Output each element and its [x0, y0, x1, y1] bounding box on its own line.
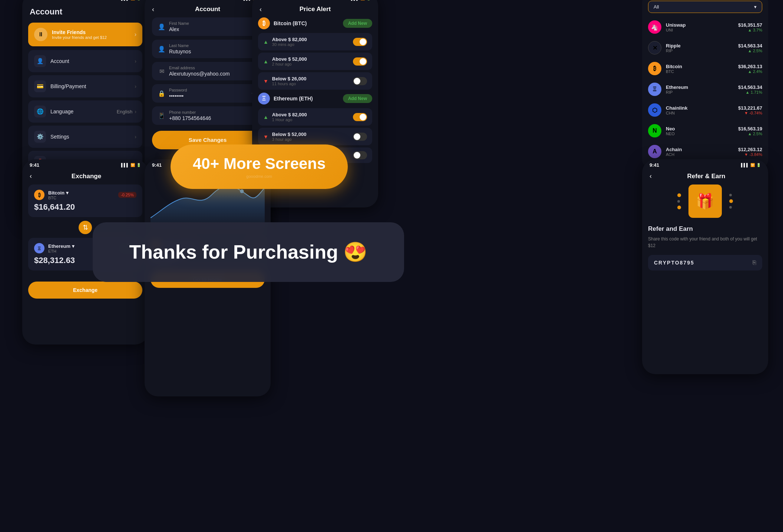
email-value: Alexrutuynos@yahoo.com [169, 71, 257, 77]
refer-header: ‹ Refer & Earn [642, 169, 768, 184]
status-icons-1: ▌▌▌ 🛜 🔋 [121, 0, 141, 0]
email-input[interactable]: ✉ Email address Alexrutuynos@yahoo.com [152, 62, 263, 80]
phone-label: Phone number [169, 110, 257, 114]
btc-alert-2: ▲ Above $ 52,000 2 hour ago [258, 53, 372, 70]
time-5: 9:41 [152, 162, 162, 168]
dot-2 [677, 200, 680, 203]
down-arrow-icon-2: ▼ [263, 134, 268, 140]
invite-subtitle: Invite your friends and get $12 [52, 35, 107, 40]
time-4: 9:41 [30, 162, 39, 168]
first-name-label: First Name [169, 21, 257, 26]
password-input[interactable]: 🔒 Password •••••••• 👁 [152, 84, 263, 103]
form-header: ‹ Account [145, 3, 271, 17]
crypto-row-uniswap: 🦄 Uniswap UNI $16,351.57 ▲ 3.7% [642, 17, 768, 37]
achain-logo: A [648, 145, 661, 158]
exchange-eth-logo: Ξ [34, 243, 44, 253]
eth-toggle-1[interactable] [353, 113, 367, 121]
btc-alert-1: ▲ Above $ 82,000 30 mins ago [258, 33, 372, 50]
eth-name: Ethereum (ETH) [274, 96, 313, 102]
password-label: Password [169, 88, 248, 92]
thanks-overlay: Thanks for Purchasing 😍 [93, 222, 404, 282]
down-arrow-icon: ▼ [263, 78, 268, 84]
menu-list: ⏸ Invite Friends Invite your friends and… [22, 20, 148, 179]
settings-label: Settings [50, 134, 69, 140]
up-arrow-icon: ▲ [263, 39, 268, 45]
person-icon-2: 👤 [158, 46, 165, 53]
crypto-row-neo: N Neo NEO $16,563.19 ▲ 2.5% [642, 120, 768, 141]
exchange-header: ‹ Exchange [22, 169, 148, 184]
crypto-row-ethereum-list: Ξ Ethereum RIP $14,563.34 ▲ 1.71% [642, 79, 768, 100]
save-btn-label: Save Changes [189, 137, 227, 143]
time-6: 9:41 [650, 162, 659, 168]
first-name-value: Alex [169, 26, 257, 32]
status-bar-4: 9:41 ▌▌▌ 🛜 🔋 [22, 159, 148, 169]
swap-icon[interactable]: ⇅ [79, 221, 92, 234]
filter-value: All [654, 4, 659, 10]
refer-title: Refer & Earn [652, 173, 761, 180]
last-name-label: Last Name [169, 43, 257, 48]
eth-toggle-3[interactable] [353, 151, 367, 159]
time-1: 9:41 [30, 0, 39, 1]
status-icons-4: ▌▌▌ 🛜 🔋 [121, 163, 141, 167]
phone-value: +880 1754564646 [169, 115, 257, 121]
crypto-row-chainlink: ⬡ Chainlink CHN $13,221.67 ▼ -0.74% [642, 100, 768, 120]
status-bar-3: 9:41 ▌▌▌ 🛜 🔋 [252, 0, 378, 3]
account-chevron-icon: › [135, 58, 136, 64]
menu-item-billing[interactable]: 💳 Billing/Payment › [28, 75, 142, 97]
invite-icon: ⏸ [34, 28, 47, 41]
last-name-input[interactable]: 👤 Last Name Rutuynos [152, 40, 263, 58]
eth-alert-2: ▼ Below $ 52,000 3 hour ago [258, 128, 372, 145]
account-title: Account [22, 3, 148, 20]
filter-bar: All ▾ [642, 1, 768, 17]
up-arrow-icon-2: ▲ [263, 59, 268, 64]
btc-name: Bitcoin (BTC) [274, 20, 307, 26]
dot-6 [729, 206, 732, 209]
dot-5 [729, 199, 733, 203]
account-icon: 👤 [34, 55, 46, 67]
exchange-coin1-section: ₿ Bitcoin ▾ BTC -0.25% $16,641.20 [22, 184, 148, 217]
gift-area: 🎁 [648, 184, 762, 218]
bitcoin-alert-section: ₿ Bitcoin (BTC) Add New ▲ Above $ 82,000… [252, 17, 378, 90]
chainlink-logo: ⬡ [648, 103, 661, 117]
status-bar-2: 9:41 ▌▌▌ 🛜 🔋 [145, 0, 271, 3]
menu-item-account[interactable]: 👤 Account › [28, 50, 142, 72]
crypto-row-achain: A Achain ACH $12,263.12 ▼ -3.84% [642, 141, 768, 162]
filter-select[interactable]: All ▾ [648, 1, 762, 13]
dot-4 [729, 194, 732, 196]
language-chevron-icon: › [135, 109, 136, 114]
btc-logo: ₿ [258, 17, 270, 29]
dot-1 [677, 193, 681, 197]
dot-3 [677, 206, 681, 209]
menu-item-language[interactable]: 🌐 Language English › [28, 100, 142, 123]
svg-point-0 [240, 189, 244, 193]
invite-title: Invite Friends [52, 29, 107, 35]
more-screens-text: 40+ More Screens [193, 155, 326, 172]
ethereum-logo-list: Ξ [648, 83, 661, 96]
status-icons-3: ▌▌▌ 🛜 🔋 [351, 0, 371, 0]
eth-toggle-2[interactable] [353, 133, 367, 141]
alert-toggle-3[interactable] [353, 77, 367, 85]
billing-chevron-icon: › [135, 83, 136, 89]
alert-toggle-1[interactable] [353, 38, 367, 46]
crypto-row-ripple: ✕ Ripple RIP $14,563.34 ▲ 2.5% [642, 37, 768, 58]
settings-chevron-icon: › [135, 134, 136, 140]
language-icon: 🌐 [34, 106, 46, 117]
phone-input[interactable]: 📱 Phone number +880 1754564646 [152, 106, 263, 125]
btc-add-new-button[interactable]: Add New [343, 19, 372, 28]
copy-icon[interactable]: ⎘ [753, 259, 756, 266]
status-icons-6: ▌▌▌ 🛜 🔋 [741, 163, 761, 167]
eth-add-new-button[interactable]: Add New [343, 94, 372, 103]
price-alert-header: ‹ Price Alert [252, 3, 378, 17]
exchange-button[interactable]: Exchange [28, 282, 142, 299]
email-icon: ✉ [158, 68, 165, 75]
lock-icon: 🔒 [158, 90, 165, 97]
phone-icon: 📱 [158, 112, 165, 119]
time-2: 9:41 [152, 0, 162, 1]
first-name-input[interactable]: 👤 First Name Alex [152, 17, 263, 36]
form-back-button[interactable]: ‹ [152, 6, 154, 13]
menu-item-settings[interactable]: ⚙️ Settings › [28, 126, 142, 148]
alert-toggle-2[interactable] [353, 57, 367, 66]
price-alert-back-button[interactable]: ‹ [260, 6, 262, 13]
thanks-text: Thanks for Purchasing 😍 [129, 241, 368, 263]
invite-banner[interactable]: ⏸ Invite Friends Invite your friends and… [28, 23, 142, 46]
